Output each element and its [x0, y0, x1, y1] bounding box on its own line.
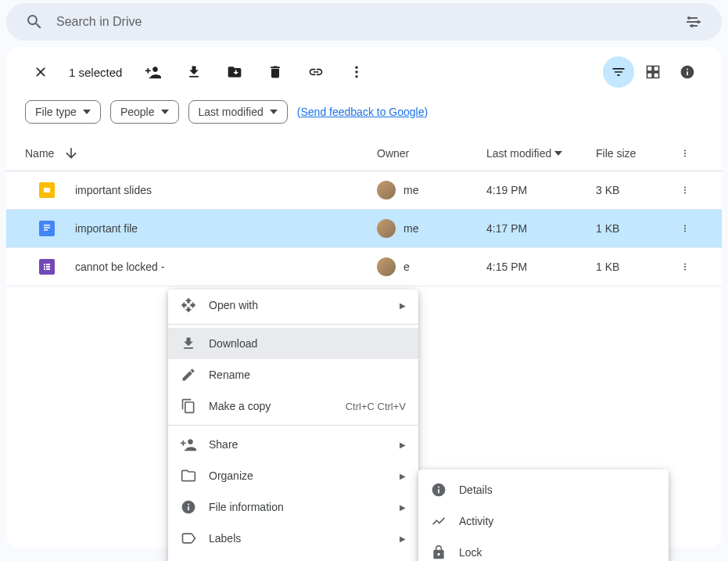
file-type-filter[interactable]: File type: [25, 100, 101, 124]
slides-icon: [39, 182, 55, 198]
svg-point-7: [684, 153, 686, 154]
sort-arrow-icon[interactable]: [63, 146, 79, 161]
svg-rect-9: [44, 188, 50, 192]
modified-date: 4:19 PM: [486, 184, 596, 196]
menu-offline[interactable]: Make available offline: [168, 554, 418, 561]
svg-rect-21: [46, 268, 50, 270]
file-name: important file: [75, 222, 138, 235]
column-size[interactable]: File size: [596, 147, 674, 160]
table-row[interactable]: cannot be locked - e 4:15 PM 1 KB: [6, 248, 722, 286]
table-row[interactable]: important file me 4:17 PM 1 KB: [6, 210, 722, 248]
table-header: Name Owner Last modified File size: [6, 136, 722, 171]
svg-point-8: [684, 156, 686, 157]
file-size: 1 KB: [596, 222, 674, 235]
info-button[interactable]: [672, 56, 703, 88]
submenu-details[interactable]: Details: [418, 474, 669, 505]
submenu-activity[interactable]: Activity: [418, 505, 669, 537]
svg-point-15: [684, 231, 686, 232]
more-actions-button[interactable]: [341, 56, 372, 88]
file-name: important slides: [75, 184, 152, 196]
svg-point-3: [356, 67, 358, 69]
table-row[interactable]: important slides me 4:19 PM 3 KB: [6, 171, 722, 210]
file-info-submenu: Details Activity Lock: [418, 469, 669, 561]
activity-icon: [431, 513, 446, 529]
label-icon: [181, 530, 196, 546]
svg-rect-16: [44, 264, 45, 265]
svg-point-4: [356, 70, 358, 73]
download-icon: [181, 336, 196, 351]
menu-file-information[interactable]: File information ▶: [168, 491, 418, 523]
people-filter[interactable]: People: [110, 100, 179, 124]
chevron-right-icon: ▶: [400, 441, 406, 449]
search-icon[interactable]: [19, 6, 50, 38]
menu-open-with[interactable]: Open with ▶: [168, 289, 418, 321]
share-button[interactable]: [138, 56, 169, 88]
selection-toolbar: 1 selected: [6, 47, 722, 97]
menu-labels[interactable]: Labels ▶: [168, 523, 418, 554]
svg-point-23: [684, 266, 686, 268]
owner-name: e: [403, 261, 410, 273]
svg-point-6: [684, 150, 686, 152]
svg-point-1: [697, 20, 700, 23]
menu-rename[interactable]: Rename: [168, 359, 418, 390]
row-more-button[interactable]: [674, 218, 696, 239]
svg-point-2: [690, 24, 694, 27]
search-bar[interactable]: Search in Drive: [6, 3, 722, 41]
link-button[interactable]: [300, 56, 332, 88]
search-placeholder: Search in Drive: [56, 15, 678, 29]
svg-point-11: [684, 189, 686, 191]
column-name[interactable]: Name: [25, 147, 54, 160]
menu-download[interactable]: Download: [168, 328, 418, 359]
svg-point-24: [684, 269, 686, 271]
avatar: [377, 181, 396, 200]
svg-point-5: [356, 75, 358, 77]
info-icon: [431, 482, 446, 498]
download-button[interactable]: [178, 56, 210, 88]
copy-icon: [181, 398, 196, 414]
header-more-button[interactable]: [674, 142, 696, 164]
svg-point-22: [684, 264, 686, 265]
forms-icon: [39, 259, 55, 275]
last-modified-filter[interactable]: Last modified: [188, 100, 288, 124]
submenu-lock[interactable]: Lock: [418, 537, 669, 561]
selection-count: 1 selected: [69, 66, 122, 79]
close-selection-button[interactable]: [25, 56, 56, 88]
move-button[interactable]: [219, 56, 250, 88]
search-options-icon[interactable]: [678, 6, 709, 38]
chevron-down-icon[interactable]: [554, 151, 562, 156]
context-menu: Open with ▶ Download Rename Make a copy …: [168, 289, 418, 561]
svg-point-14: [684, 228, 686, 229]
column-modified[interactable]: Last modified: [486, 147, 551, 160]
feedback-link[interactable]: Send feedback to Google: [300, 106, 424, 118]
svg-point-12: [684, 192, 686, 194]
row-more-button[interactable]: [674, 256, 696, 278]
lock-icon: [431, 545, 446, 560]
svg-rect-18: [44, 266, 45, 268]
menu-share[interactable]: Share ▶: [168, 429, 418, 460]
avatar: [377, 257, 396, 276]
svg-rect-20: [44, 268, 45, 270]
row-more-button[interactable]: [674, 179, 696, 201]
owner-name: me: [403, 184, 418, 196]
delete-button[interactable]: [260, 56, 291, 88]
grid-view-button[interactable]: [637, 56, 669, 88]
chevron-right-icon: ▶: [400, 534, 406, 543]
menu-make-copy[interactable]: Make a copy Ctrl+C Ctrl+V: [168, 390, 418, 422]
svg-rect-17: [46, 264, 50, 265]
chevron-right-icon: ▶: [400, 301, 406, 310]
svg-point-10: [684, 187, 686, 189]
info-icon: [181, 499, 196, 515]
menu-organize[interactable]: Organize ▶: [168, 460, 418, 491]
open-with-icon: [181, 297, 196, 313]
owner-name: me: [403, 222, 418, 235]
chevron-right-icon: ▶: [400, 503, 406, 512]
docs-icon: [39, 221, 55, 236]
rename-icon: [181, 367, 196, 383]
avatar: [377, 219, 396, 238]
svg-rect-19: [46, 266, 50, 268]
file-name: cannot be locked -: [75, 261, 164, 273]
modified-date: 4:17 PM: [486, 222, 596, 235]
modified-date: 4:15 PM: [486, 261, 596, 273]
filter-toggle-button[interactable]: [603, 56, 634, 88]
column-owner[interactable]: Owner: [377, 147, 486, 160]
